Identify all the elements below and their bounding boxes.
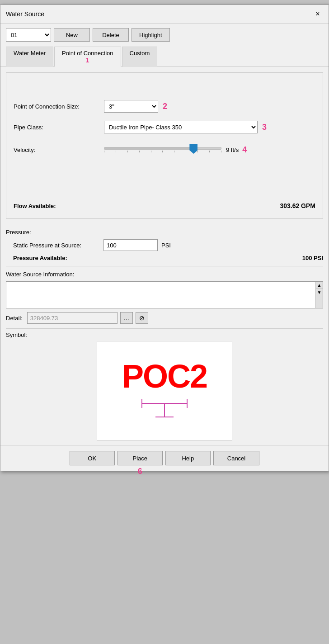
step-3-number: 3 — [262, 123, 267, 132]
scrollbar: ▲ ▼ — [315, 282, 323, 308]
symbol-box: POC2 — [97, 341, 232, 440]
pressure-unit: PSI — [161, 242, 171, 249]
tabs-row: Water Meter Point of Connection 1 Custom — [0, 46, 329, 67]
delete-button[interactable]: Delete — [93, 28, 129, 42]
help-button[interactable]: Help — [165, 451, 211, 465]
poc-panel: Point of Connection Size: 3" 1" 1.5" 2" … — [6, 72, 323, 219]
detail-label: Detail: — [6, 315, 23, 322]
highlight-button[interactable]: Highlight — [132, 28, 170, 42]
place-button[interactable]: Place — [118, 451, 163, 465]
scroll-up-button[interactable]: ▲ — [316, 282, 323, 289]
dialog-title: Water Source — [6, 10, 44, 18]
water-source-info-label: Water Source Information: — [6, 271, 323, 278]
content-area: Point of Connection Size: 3" 1" 1.5" 2" … — [0, 67, 329, 224]
detail-dots-button[interactable]: ... — [120, 312, 133, 324]
poc2-text: POC2 — [122, 360, 207, 393]
velocity-slider[interactable] — [104, 142, 221, 158]
water-source-info-section: Water Source Information: ▲ ▼ Detail: ..… — [0, 266, 329, 328]
tab-water-meter[interactable]: Water Meter — [6, 47, 53, 67]
ok-button[interactable]: OK — [70, 451, 115, 465]
flow-available-label: Flow Available: — [14, 203, 56, 209]
flow-available-value: 303.62 GPM — [280, 202, 315, 209]
static-pressure-row: Static Pressure at Source: PSI — [13, 239, 323, 251]
velocity-value: 9 ft/s — [226, 147, 239, 153]
info-textarea-wrapper: ▲ ▼ — [6, 281, 323, 308]
slider-fill — [104, 147, 192, 149]
flow-available-row: Flow Available: 303.62 GPM — [14, 198, 315, 209]
scroll-down-button[interactable]: ▼ — [316, 289, 323, 296]
symbol-section: Symbol: POC2 5 — [0, 329, 329, 445]
tab-custom[interactable]: Custom — [122, 47, 158, 67]
water-source-dialog: Water Source × 01 02 03 New Delete Highl… — [0, 5, 329, 471]
slider-track — [104, 147, 221, 150]
step-1-number: 1 — [62, 57, 113, 64]
source-dropdown[interactable]: 01 02 03 — [6, 28, 51, 42]
static-pressure-input[interactable] — [103, 239, 158, 251]
toolbar: 01 02 03 New Delete Highlight — [0, 24, 329, 46]
new-button[interactable]: New — [54, 28, 90, 42]
connection-size-row: Point of Connection Size: 3" 1" 1.5" 2" … — [14, 100, 315, 113]
symbol-container: POC2 5 — [6, 341, 323, 440]
title-bar: Water Source × — [0, 5, 329, 24]
velocity-label: Velocity: — [14, 147, 104, 153]
connection-size-label: Point of Connection Size: — [14, 103, 104, 110]
velocity-slider-container: 9 ft/s 4 — [104, 142, 315, 158]
step-4-number: 4 — [242, 145, 247, 155]
bottom-buttons: OK Place 6 Help Cancel — [0, 445, 329, 471]
pressure-section: Pressure: Static Pressure at Source: PSI… — [0, 224, 329, 266]
slider-ticks — [104, 151, 221, 152]
place-btn-wrapper: Place 6 — [118, 451, 163, 465]
detail-clear-button[interactable]: ⊘ — [136, 312, 148, 324]
pressure-available-value: 100 PSI — [302, 255, 323, 261]
pipe-class-control: Ductile Iron Pipe- Class 350 PVC Class 2… — [104, 121, 315, 133]
connection-size-control: 3" 1" 1.5" 2" 4" 6" 8" 2 — [104, 100, 315, 113]
pressure-available-row: Pressure Available: 100 PSI — [13, 255, 323, 261]
pipe-class-dropdown[interactable]: Ductile Iron Pipe- Class 350 PVC Class 2… — [104, 121, 258, 133]
pressure-available-label: Pressure Available: — [13, 255, 67, 261]
pipe-class-row: Pipe Class: Ductile Iron Pipe- Class 350… — [14, 121, 315, 133]
step-2-number: 2 — [163, 102, 167, 111]
pipe-class-label: Pipe Class: — [14, 124, 104, 131]
connection-size-dropdown[interactable]: 3" 1" 1.5" 2" 4" 6" 8" — [104, 100, 158, 113]
pressure-title: Pressure: — [6, 229, 323, 236]
tab-point-of-connection[interactable]: Point of Connection 1 — [54, 47, 121, 67]
close-button[interactable]: × — [312, 9, 323, 19]
static-pressure-label: Static Pressure at Source: — [13, 242, 103, 249]
detail-row: Detail: ... ⊘ — [6, 312, 323, 324]
symbol-graphic — [137, 394, 192, 421]
symbol-label: Symbol: — [6, 331, 323, 338]
step-6-number: 6 — [138, 467, 142, 476]
cancel-button[interactable]: Cancel — [213, 451, 259, 465]
velocity-row: Velocity: — [14, 142, 315, 158]
detail-input[interactable] — [27, 312, 118, 324]
info-textarea[interactable] — [6, 282, 315, 308]
